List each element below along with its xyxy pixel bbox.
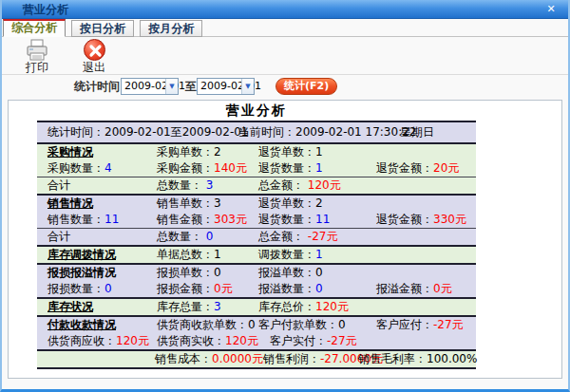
close-icon[interactable]: ✕ bbox=[543, 2, 559, 17]
cell-value: 1 bbox=[315, 145, 323, 159]
report-cell: 报损报溢情况 bbox=[48, 265, 116, 281]
cell-label: 退货金额： bbox=[376, 213, 433, 226]
toolbar-separator bbox=[2, 74, 568, 75]
report-table: 统计时间：2009-02-01至2009-02-01当前时间：2009-02-0… bbox=[37, 121, 476, 369]
cell-label: 报溢金额： bbox=[376, 282, 433, 295]
cell-label: 报损数量： bbox=[48, 282, 104, 295]
chevron-down-icon[interactable]: ▼ bbox=[241, 79, 254, 94]
statistics-button[interactable]: 统计(F2) bbox=[276, 78, 337, 95]
cell-value: -27元 bbox=[304, 230, 337, 243]
cell-label: 销售金额： bbox=[157, 213, 214, 226]
tab-bar: 综合分析 按日分析 按月分析 bbox=[2, 19, 568, 37]
exit-button-label: 退出 bbox=[72, 62, 116, 73]
report-section: 报损报溢情况报损单数：0报溢单数：0报损数量：0报损金额：0元报溢数量：0报溢金… bbox=[37, 265, 476, 299]
cell-label: 合计 bbox=[48, 230, 70, 243]
report-cell: 退货数量：11 bbox=[258, 212, 330, 228]
cell-label: 采购数量： bbox=[48, 161, 104, 175]
report-cell: 采购金额：140元 bbox=[157, 160, 247, 177]
cell-label: 报溢单数： bbox=[258, 266, 315, 279]
cell-label: 销售利润： bbox=[263, 352, 320, 365]
report-row: 统计时间：2009-02-01至2009-02-01当前时间：2009-02-0… bbox=[37, 122, 476, 142]
cell-value: 0 bbox=[202, 230, 213, 243]
report-cell: 报损单数：0 bbox=[157, 265, 221, 281]
cell-value: -27元 bbox=[433, 318, 464, 331]
cell-value: 1 bbox=[315, 161, 323, 175]
report-cell: 付款收款情况 bbox=[48, 317, 116, 333]
cell-value: 2 bbox=[315, 196, 323, 210]
report-cell: 客户付款单数：0 bbox=[258, 317, 346, 333]
toolbar: 打印 退出 bbox=[2, 37, 568, 75]
report-cell: 退货数量：1 bbox=[258, 160, 323, 177]
report-panel: 营业分析 统计时间：2009-02-01至2009-02-01当前时间：2009… bbox=[8, 100, 562, 379]
report-title: 营业分析 bbox=[37, 103, 476, 120]
cell-value: 120元 bbox=[304, 178, 341, 192]
tab-daily-analysis[interactable]: 按日分析 bbox=[71, 20, 134, 37]
cell-label: 报损报溢情况 bbox=[48, 266, 116, 279]
report-cell: 供货商收款单数：0 bbox=[157, 317, 256, 333]
cell-label: 供货商收款单数： bbox=[157, 318, 248, 331]
cell-value: -27元 bbox=[327, 334, 357, 347]
print-button[interactable]: 打印 bbox=[15, 38, 59, 73]
cell-label: 销售情况 bbox=[48, 196, 93, 210]
report-cell: 供货商实收：120元 bbox=[157, 333, 258, 349]
report-cell: 总数量： 3 bbox=[157, 177, 213, 194]
report-cell: 当前时间：2009-02-01 17:30:22 bbox=[238, 122, 416, 142]
report-cell: 采购情况 bbox=[48, 144, 93, 160]
to-label: 至 bbox=[185, 78, 197, 95]
cell-label: 退货数量： bbox=[258, 213, 315, 226]
report-cell: 销售毛利率：100.00% bbox=[358, 351, 477, 367]
cell-label: 销售毛利率： bbox=[358, 352, 427, 365]
report-cell: 总数量： 0 bbox=[157, 229, 213, 245]
report-cell: 销售情况 bbox=[48, 196, 93, 212]
report-cell: 库存调拨情况 bbox=[48, 247, 116, 263]
cell-label: 库存调拨情况 bbox=[48, 248, 116, 261]
cell-label: 采购情况 bbox=[48, 145, 93, 159]
cell-label: 销售成本： bbox=[155, 352, 212, 365]
cell-value: 120元 bbox=[225, 334, 258, 347]
cell-value: 1 bbox=[214, 248, 221, 261]
report-cell: 报损金额：0元 bbox=[157, 281, 233, 297]
report-cell: 库存总价：120元 bbox=[258, 299, 349, 315]
tab-comprehensive-analysis[interactable]: 综合分析 bbox=[3, 19, 66, 37]
tab-monthly-analysis[interactable]: 按月分析 bbox=[140, 20, 202, 37]
cell-value: 303元 bbox=[214, 213, 247, 226]
chevron-down-icon[interactable]: ▼ bbox=[165, 79, 178, 94]
report-row: 库存调拨情况单据总数：1调拨数量：1 bbox=[37, 247, 476, 263]
report-cell: 库存总量：3 bbox=[157, 299, 221, 315]
cell-label: 当前时间：2009-02-01 17:30:22 bbox=[238, 125, 416, 139]
cell-value: 1 bbox=[315, 248, 323, 261]
report-row: 合计总数量： 0总金额： -27元 bbox=[37, 229, 476, 245]
report-cell: 采购单数：2 bbox=[157, 144, 221, 160]
cell-label: 调拨数量： bbox=[258, 248, 315, 261]
report-cell: 退货单数：1 bbox=[258, 144, 323, 160]
cell-label: 报损金额： bbox=[157, 282, 214, 295]
cell-value: 140元 bbox=[214, 161, 247, 175]
cell-label: 总金额： bbox=[258, 230, 304, 243]
report-cell: 星期日 bbox=[400, 122, 434, 142]
cell-value: 0 bbox=[315, 282, 323, 295]
report-section: 销售成本：0.0000元销售利润：-27.0000元销售毛利率：100.00% bbox=[37, 351, 476, 369]
cell-label: 合计 bbox=[48, 178, 70, 192]
cell-label: 库存总价： bbox=[258, 300, 315, 313]
exit-button[interactable]: 退出 bbox=[72, 38, 116, 73]
cell-value: 0.0000元 bbox=[212, 352, 263, 365]
cell-label: 统计时间：2009-02-01至2009-02-01 bbox=[48, 125, 248, 139]
report-section: 销售情况销售单数：3退货单数：2销售数量：11销售金额：303元退货数量：11退… bbox=[37, 196, 476, 247]
cell-label: 库存状况 bbox=[48, 300, 93, 313]
cell-value: 0 bbox=[315, 266, 323, 279]
report-row: 合计总数量： 3总金额： 120元 bbox=[37, 177, 476, 194]
report-row: 付款收款情况供货商收款单数：0客户付款单数：0客户应付：-27元 bbox=[37, 317, 476, 333]
report-cell: 客户应付：-27元 bbox=[376, 317, 464, 333]
report-cell: 总金额： 120元 bbox=[258, 177, 341, 194]
to-date-combobox[interactable]: 2009-02-01 ▼ bbox=[197, 78, 255, 95]
cell-value: 0 bbox=[214, 266, 221, 279]
title-bar: 营业分析 ✕ bbox=[2, 0, 568, 19]
cell-value: 0 bbox=[338, 318, 346, 331]
from-date-combobox[interactable]: 2009-02-01 ▼ bbox=[121, 78, 179, 95]
report-cell: 退货金额：20元 bbox=[376, 160, 459, 177]
cell-value: 11 bbox=[104, 213, 119, 226]
cell-value: 3 bbox=[214, 196, 221, 210]
cell-value: 120元 bbox=[116, 334, 149, 347]
cell-label: 退货单数： bbox=[258, 145, 315, 159]
report-row: 采购数量：4采购金额：140元退货数量：1退货金额：20元 bbox=[37, 160, 476, 177]
